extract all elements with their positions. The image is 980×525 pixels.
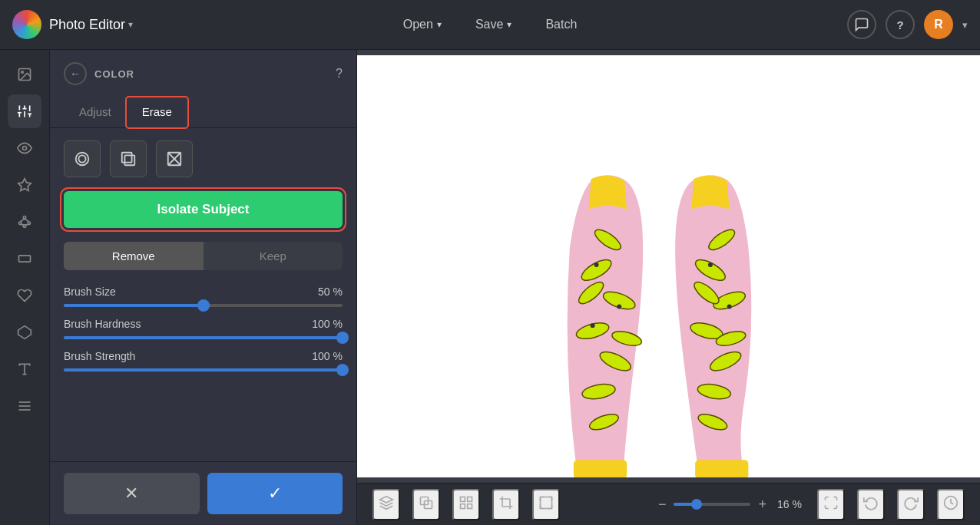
cancel-icon: ✕ <box>124 484 138 503</box>
app-title-arrow: ▾ <box>128 19 133 30</box>
svg-point-56 <box>594 262 599 267</box>
brush-strength-section: Brush Strength 100 % <box>64 350 343 371</box>
topbar-right: ? R ▾ <box>847 10 968 39</box>
expand-btn[interactable] <box>532 489 560 520</box>
svg-marker-22 <box>18 326 31 339</box>
batch-button[interactable]: Batch <box>531 12 591 38</box>
sidebar-rect-btn[interactable] <box>8 242 41 276</box>
sidebar-image-btn[interactable] <box>8 58 41 91</box>
zoom-track[interactable] <box>674 503 750 506</box>
svg-point-58 <box>591 323 595 328</box>
panel-footer: ✕ ✓ <box>50 461 356 525</box>
overlay-btn[interactable] <box>412 489 440 520</box>
sidebar-eye-btn[interactable] <box>8 131 41 165</box>
canvas-content[interactable] <box>357 50 980 483</box>
sidebar-adjust-btn[interactable] <box>8 94 41 128</box>
svg-rect-35 <box>357 58 980 475</box>
save-button[interactable]: Save ▾ <box>462 12 525 38</box>
remove-button[interactable]: Remove <box>64 242 204 270</box>
svg-point-11 <box>23 147 27 150</box>
user-dropdown-arrow[interactable]: ▾ <box>962 19 968 31</box>
svg-point-59 <box>708 262 713 267</box>
svg-rect-21 <box>19 256 31 262</box>
zoom-container: − + 16 % <box>658 497 805 513</box>
help-icon: ? <box>896 18 903 31</box>
svg-rect-37 <box>695 460 748 477</box>
brush-strength-fill <box>64 368 343 371</box>
tab-adjust[interactable]: Adjust <box>64 97 127 127</box>
brush-size-label: Brush Size <box>64 286 116 298</box>
cancel-button[interactable]: ✕ <box>64 473 200 514</box>
brush-strength-label-row: Brush Strength 100 % <box>64 350 343 362</box>
remove-label: Remove <box>112 249 155 262</box>
help-button[interactable]: ? <box>886 10 915 39</box>
sidebar-star-btn[interactable] <box>8 168 41 202</box>
sidebar-heart-btn[interactable] <box>8 279 41 312</box>
sidebar-nodes-btn[interactable] <box>8 205 41 239</box>
app-title[interactable]: Photo Editor ▾ <box>49 17 133 33</box>
brush-size-section: Brush Size 50 % <box>64 286 343 307</box>
sidebar-shape-btn[interactable] <box>8 315 41 349</box>
zoom-thumb[interactable] <box>691 499 702 510</box>
fit-btn[interactable] <box>817 489 845 520</box>
open-label: Open <box>403 18 433 31</box>
keep-button[interactable]: Keep <box>204 242 343 270</box>
brush-hardness-thumb[interactable] <box>336 332 349 344</box>
brush-size-track[interactable] <box>64 304 343 307</box>
feedback-button[interactable] <box>847 10 876 39</box>
svg-line-17 <box>20 219 25 222</box>
zoom-plus-btn[interactable]: + <box>758 497 766 513</box>
svg-rect-29 <box>78 155 85 162</box>
keep-label: Keep <box>260 249 286 262</box>
brush-hardness-track[interactable] <box>64 336 343 339</box>
svg-point-1 <box>22 71 23 74</box>
brush-hardness-label-row: Brush Hardness 100 % <box>64 318 343 330</box>
brush-size-thumb[interactable] <box>197 299 210 312</box>
left-panel: ← COLOR ? Adjust Erase <box>50 50 357 525</box>
open-button[interactable]: Open ▾ <box>389 12 455 38</box>
overlay-tool-btn[interactable] <box>110 140 147 177</box>
canvas-area: − + 16 % <box>357 50 980 525</box>
isolate-subject-label: Isolate Subject <box>157 202 250 216</box>
topbar-center: Open ▾ Save ▾ Batch <box>389 12 591 38</box>
panel-back-button[interactable]: ← <box>64 62 87 85</box>
brush-hardness-label: Brush Hardness <box>64 318 141 330</box>
panel-help-icon[interactable]: ? <box>336 67 343 81</box>
circle-tool-btn[interactable] <box>64 140 101 177</box>
history-btn[interactable] <box>937 489 965 520</box>
brush-size-label-row: Brush Size 50 % <box>64 286 343 298</box>
clear-tool-btn[interactable] <box>156 140 193 177</box>
layers-btn[interactable] <box>372 489 400 520</box>
grid-btn[interactable] <box>452 489 480 520</box>
svg-line-18 <box>25 219 29 222</box>
svg-point-60 <box>727 304 732 309</box>
svg-rect-66 <box>468 504 472 508</box>
sidebar-text-btn[interactable] <box>8 352 41 386</box>
crop-btn[interactable] <box>492 489 520 520</box>
panel-header: ← COLOR ? <box>50 50 356 97</box>
svg-rect-36 <box>574 460 627 477</box>
app-logo <box>12 10 41 39</box>
redo-btn[interactable] <box>897 489 925 520</box>
svg-line-20 <box>25 224 29 225</box>
tab-erase[interactable]: Erase <box>127 97 187 127</box>
svg-marker-12 <box>18 179 31 191</box>
brush-strength-value: 100 % <box>312 350 343 362</box>
open-arrow: ▾ <box>437 19 442 30</box>
ok-button[interactable]: ✓ <box>207 473 343 514</box>
sidebar-pattern-btn[interactable] <box>8 389 41 423</box>
isolate-subject-button[interactable]: Isolate Subject <box>64 191 343 228</box>
socks-svg <box>357 55 980 477</box>
undo-btn[interactable] <box>857 489 885 520</box>
app-title-text: Photo Editor <box>49 17 125 33</box>
brush-strength-thumb[interactable] <box>336 364 349 376</box>
panel-title: COLOR <box>94 68 328 80</box>
svg-line-19 <box>20 224 25 225</box>
back-arrow-icon: ← <box>70 68 81 80</box>
svg-rect-67 <box>461 504 465 508</box>
user-avatar[interactable]: R <box>924 10 953 39</box>
svg-rect-31 <box>124 155 134 165</box>
brush-strength-track[interactable] <box>64 368 343 371</box>
save-label: Save <box>475 18 503 31</box>
zoom-minus-btn[interactable]: − <box>658 497 667 513</box>
